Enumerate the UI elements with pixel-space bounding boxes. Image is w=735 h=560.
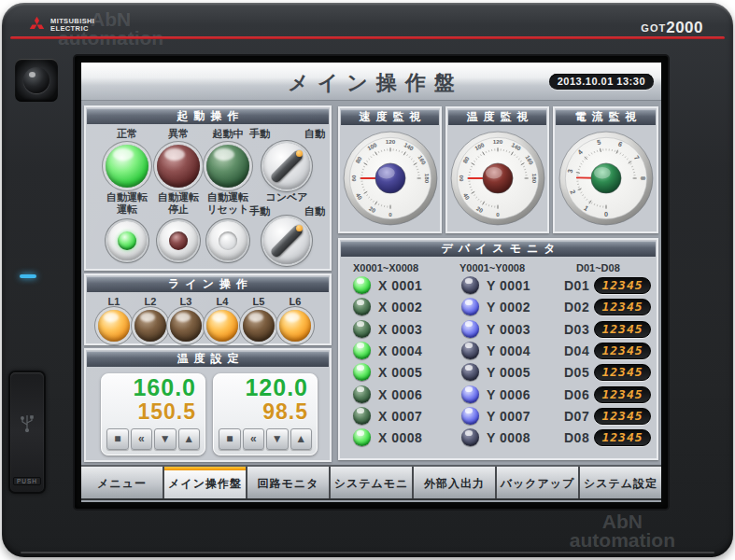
push-button-lamp <box>118 231 136 250</box>
x-device-lamp <box>353 385 371 403</box>
fast-button[interactable]: « <box>243 428 265 450</box>
temperature-controller: 120.098.5■«▼▲ <box>213 373 318 455</box>
line-lamp-button[interactable] <box>170 310 202 342</box>
lcd-frame: メイン操作盤 2013.10.01 13:30 起動操作 正常異常起動中手動自動… <box>75 56 668 509</box>
push-button[interactable] <box>208 221 247 260</box>
tab-バックアップ[interactable]: バックアップ <box>497 467 578 498</box>
x-device-label: X 0004 <box>378 343 422 358</box>
tab-メイン操作盤[interactable]: メイン操作盤 <box>164 467 246 498</box>
line-lamp-button[interactable] <box>279 310 311 342</box>
watermark: AbN automation <box>570 512 675 550</box>
svg-text:60: 60 <box>458 175 464 181</box>
d-register-label: D07 <box>564 409 589 424</box>
down-button[interactable]: ▼ <box>266 428 289 450</box>
x-device-lamp <box>353 298 371 315</box>
d-register-label: D06 <box>564 387 589 402</box>
tab-回路モニタ[interactable]: 回路モニタ <box>247 467 329 498</box>
up-button[interactable]: ▲ <box>178 428 201 450</box>
selector-left-label: 手動 <box>240 128 279 140</box>
push-button[interactable] <box>107 221 147 260</box>
selector-switch[interactable] <box>263 217 310 264</box>
line-lamp-button[interactable] <box>243 310 275 342</box>
temperature-controller: 160.0150.5■«▼▲ <box>101 373 205 455</box>
line-lamp-button[interactable] <box>206 310 238 342</box>
device-monitor-row: X 0004Y 0004D0412345 <box>340 341 657 361</box>
three-diamond-icon <box>28 16 46 34</box>
y-device-lamp <box>461 320 479 338</box>
svg-text:60: 60 <box>350 175 357 181</box>
line-lamp-button[interactable] <box>134 310 166 342</box>
line-lamp-button[interactable] <box>98 310 130 342</box>
datetime-display: 2013.10.01 13:30 <box>549 74 654 90</box>
down-button[interactable]: ▼ <box>154 428 177 450</box>
tab-システムモニタ[interactable]: システムモニタ <box>331 467 412 498</box>
line-lamp-label: L2 <box>136 296 164 308</box>
y-device-label: Y 0006 <box>487 387 530 402</box>
analog-meter: 012345678 <box>555 125 657 231</box>
status-indicator-lamp <box>157 145 200 188</box>
selector-top-label: コンベア <box>247 191 326 203</box>
device-monitor-row: X 0005Y 0005D0512345 <box>340 362 657 383</box>
set-value: 120.0 <box>245 374 308 401</box>
y-device-lamp <box>461 342 479 359</box>
d-register-value: 12345 <box>594 321 651 338</box>
selector-switch[interactable] <box>263 143 310 189</box>
push-button[interactable] <box>159 221 198 260</box>
y-device-lamp <box>461 363 479 381</box>
svg-text:120: 120 <box>385 138 395 145</box>
gauge-panel-2: 温度監視020406080100120140160180 <box>445 106 549 233</box>
up-button[interactable]: ▲ <box>290 428 313 450</box>
svg-text:0: 0 <box>603 210 607 218</box>
y-device-lamp <box>461 407 479 425</box>
line-lamp-label: L6 <box>281 296 309 308</box>
gauge-dial: 020406080100120140160180 <box>449 130 546 227</box>
y-device-label: Y 0007 <box>487 409 530 424</box>
d-register-label: D01 <box>564 278 589 293</box>
bezel-red-stripe <box>10 36 725 39</box>
x-device-lamp <box>353 276 371 294</box>
hmi-device-bezel: AbN automation AbN automation MITSUBISHI… <box>2 3 733 557</box>
gauge-title: 温度監視 <box>448 109 546 125</box>
fast-button[interactable]: « <box>131 428 153 450</box>
line-lamp-label: L1 <box>100 296 128 308</box>
x-device-lamp <box>353 363 371 381</box>
x-device-label: X 0006 <box>378 387 422 402</box>
gauge-panel-3: 電流監視012345678 <box>553 106 658 233</box>
analog-meter: 020406080100120140160180 <box>447 125 547 231</box>
svg-text:0: 0 <box>496 211 500 217</box>
present-value: 150.5 <box>137 399 196 425</box>
d-register-value: 12345 <box>594 299 651 315</box>
y-device-label: Y 0005 <box>487 365 530 380</box>
push-button-lamp <box>169 231 188 250</box>
touchscreen[interactable]: メイン操作盤 2013.10.01 13:30 起動操作 正常異常起動中手動自動… <box>81 63 661 502</box>
y-device-label: Y 0002 <box>487 300 530 315</box>
tab-メニュー[interactable]: メニュー <box>81 467 163 498</box>
selector-left-label: 手動 <box>240 205 279 217</box>
line-panel-body: L1L2L3L4L5L6 <box>86 275 330 343</box>
gauge-panel-1: 速度監視020406080100120140160180 <box>338 106 442 233</box>
svg-text:180: 180 <box>423 174 430 184</box>
stop-button[interactable]: ■ <box>106 428 129 450</box>
status-indicator-lamp <box>206 145 249 188</box>
y-device-label: Y 0001 <box>487 278 530 293</box>
device-monitor-panel: デバイスモニタ X0001~X0008 Y0001~Y0008 D01~D08 … <box>338 238 658 460</box>
d-register-value: 12345 <box>594 343 651 359</box>
x-device-lamp <box>353 342 371 359</box>
usb-cover-door[interactable]: PUSH <box>8 371 46 494</box>
analog-meter: 020406080100120140160180 <box>340 125 440 231</box>
device-monitor-row: X 0001Y 0001D0112345 <box>340 275 657 296</box>
d-register-label: D05 <box>564 365 589 380</box>
device-monitor-row: X 0006Y 0006D0612345 <box>340 385 657 405</box>
device-monitor-row: X 0007Y 0007D0712345 <box>340 406 657 427</box>
d-register-label: D04 <box>564 343 589 358</box>
tab-外部入出力[interactable]: 外部入出力 <box>414 467 495 498</box>
tab-システム設定[interactable]: システム設定 <box>580 467 661 498</box>
stop-button[interactable]: ■ <box>219 428 241 450</box>
human-sensor <box>15 59 58 102</box>
y-device-label: Y 0008 <box>487 430 530 445</box>
gauge-title: 速度監視 <box>341 109 439 125</box>
controller-buttons: ■«▼▲ <box>219 428 312 450</box>
title-bar: メイン操作盤 2013.10.01 13:30 <box>81 63 661 101</box>
d-register-label: D02 <box>564 300 589 315</box>
y-device-label: Y 0003 <box>487 322 530 337</box>
